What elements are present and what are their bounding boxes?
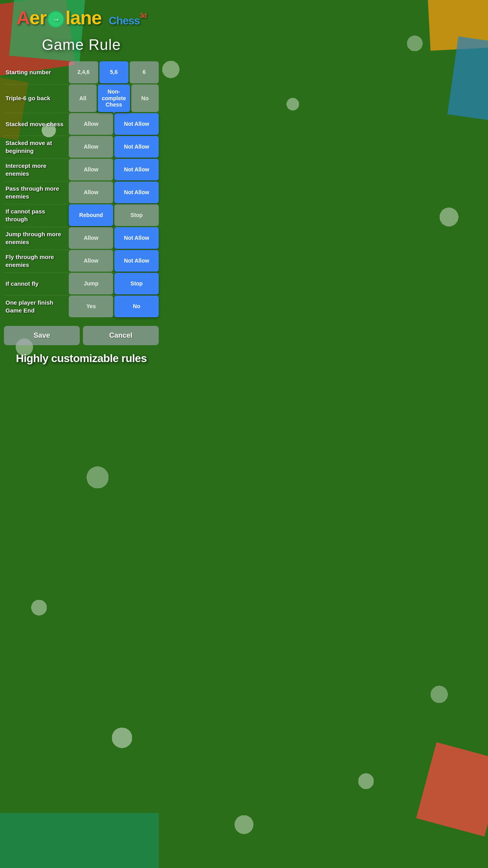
rule-label-stacked-beginning: Stacked move at beginning (4, 136, 69, 158)
rule-row-pass-through: Pass through more enemies Allow Not Allo… (4, 181, 159, 203)
btn-6[interactable]: 6 (130, 61, 159, 83)
rule-options-intercept: Allow Not Allow (69, 159, 159, 180)
btn-noncomplete[interactable]: Non-complete Chess (98, 85, 130, 112)
rule-row-jump-through: Jump through more enemies Allow Not Allo… (4, 227, 159, 249)
rule-options-cannot-fly: Jump Stop (69, 273, 159, 294)
btn-allow-ftme[interactable]: Allow (69, 250, 113, 272)
rule-label-cannot-pass: If cannot pass through (4, 204, 69, 226)
page-title: Game Rule (0, 37, 163, 53)
cancel-button[interactable]: Cancel (83, 326, 159, 345)
btn-allow-ptme[interactable]: Allow (69, 182, 113, 203)
rule-options-pass-through: Allow Not Allow (69, 182, 159, 203)
rule-label-cannot-fly: If cannot fly (4, 273, 69, 294)
rule-options-starting-number: 2,4,6 5,6 6 (69, 61, 159, 83)
btn-allow-jtme[interactable]: Allow (69, 227, 113, 249)
btn-rebound[interactable]: Rebound (69, 204, 113, 226)
rule-label-jump-through: Jump through more enemies (4, 227, 69, 249)
btn-no-opfge[interactable]: No (114, 296, 159, 317)
rule-row-stacked-move-chess: Stacked move chess Allow Not Allow (4, 113, 159, 135)
btn-56[interactable]: 5,6 (99, 61, 128, 83)
btn-stop-icf[interactable]: Stop (114, 273, 159, 294)
header: Aerlane Chess3d (0, 0, 163, 33)
btn-notallow-smc[interactable]: Not Allow (114, 113, 159, 135)
rule-options-one-player: Yes No (69, 296, 159, 317)
rule-row-one-player: One player finish Game End Yes No (4, 295, 159, 317)
rule-row-cannot-pass: If cannot pass through Rebound Stop (4, 204, 159, 226)
btn-yes[interactable]: Yes (69, 296, 113, 317)
rule-row-intercept: Intercept more enemies Allow Not Allow (4, 158, 159, 180)
tagline: Highly customizable rules (0, 348, 163, 373)
rule-label-one-player: One player finish Game End (4, 296, 69, 317)
logo-3d-text: 3d (140, 12, 147, 19)
btn-jump[interactable]: Jump (69, 273, 113, 294)
rule-label-pass-through: Pass through more enemies (4, 182, 69, 203)
btn-notallow-ftme[interactable]: Not Allow (114, 250, 159, 272)
logo-letter-r: r (40, 7, 47, 28)
rule-label-intercept: Intercept more enemies (4, 159, 69, 180)
rule-label-stacked-move-chess: Stacked move chess (4, 113, 69, 135)
rule-label-triple-6: Triple-6 go back (4, 85, 69, 112)
rule-options-jump-through: Allow Not Allow (69, 227, 159, 249)
btn-notallow-ime[interactable]: Not Allow (114, 159, 159, 180)
btn-246[interactable]: 2,4,6 (69, 61, 98, 83)
btn-notallow-jtme[interactable]: Not Allow (114, 227, 159, 249)
btn-allow-smb[interactable]: Allow (69, 136, 113, 158)
btn-all[interactable]: All (69, 85, 96, 112)
rules-container: Starting number 2,4,6 5,6 6 Triple-6 go … (0, 61, 163, 317)
rule-options-triple-6: All Non-complete Chess No (69, 85, 159, 112)
btn-no-t6[interactable]: No (131, 85, 159, 112)
rule-options-stacked-move-chess: Allow Not Allow (69, 113, 159, 135)
rule-row-cannot-fly: If cannot fly Jump Stop (4, 272, 159, 294)
rule-row-stacked-beginning: Stacked move at beginning Allow Not Allo… (4, 136, 159, 158)
btn-notallow-ptme[interactable]: Not Allow (114, 182, 159, 203)
save-button[interactable]: Save (4, 326, 80, 345)
app-logo: Aerlane Chess3d (4, 8, 159, 29)
page-content: Aerlane Chess3d Game Rule Starting numbe… (0, 0, 163, 373)
logo-plane-text: lane (65, 7, 101, 28)
rule-options-fly-through: Allow Not Allow (69, 250, 159, 272)
logo-letter-e: e (29, 7, 40, 28)
btn-stop-icpt[interactable]: Stop (114, 204, 159, 226)
rule-row-triple-6: Triple-6 go back All Non-complete Chess … (4, 84, 159, 112)
rule-label-starting-number: Starting number (4, 61, 69, 83)
rule-row-fly-through: Fly through more enemies Allow Not Allow (4, 250, 159, 272)
btn-allow-ime[interactable]: Allow (69, 159, 113, 180)
logo-chess-text: Chess (109, 15, 140, 27)
btn-notallow-smb[interactable]: Not Allow (114, 136, 159, 158)
logo-plane-icon (47, 11, 64, 28)
rule-options-cannot-pass: Rebound Stop (69, 204, 159, 226)
rule-row-starting-number: Starting number 2,4,6 5,6 6 (4, 61, 159, 83)
bottom-buttons: Save Cancel (0, 321, 163, 348)
rule-label-fly-through: Fly through more enemies (4, 250, 69, 272)
logo-letter-a: A (16, 7, 29, 28)
btn-allow-smc[interactable]: Allow (69, 113, 113, 135)
rule-options-stacked-beginning: Allow Not Allow (69, 136, 159, 158)
